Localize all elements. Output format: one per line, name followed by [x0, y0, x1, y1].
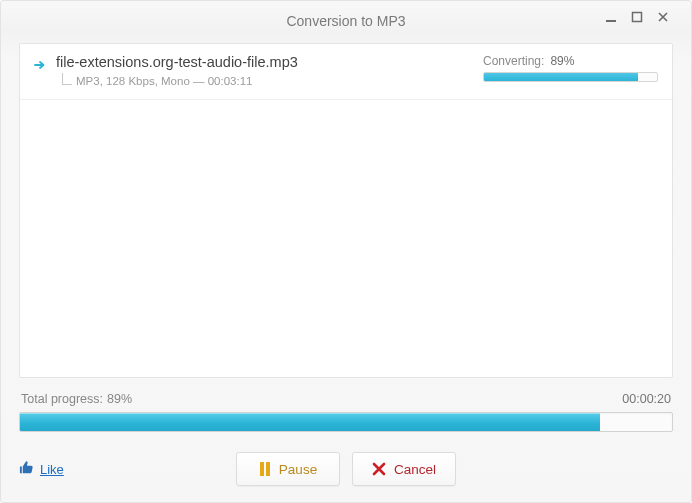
svg-rect-2 — [260, 462, 264, 476]
like-label: Like — [40, 462, 64, 477]
maximize-button[interactable] — [629, 9, 645, 25]
total-progress-bar — [19, 412, 673, 432]
thumbs-up-icon — [19, 460, 34, 478]
file-status-percent: 89% — [550, 54, 574, 68]
file-progress-bar — [483, 72, 658, 82]
total-elapsed-time: 00:00:20 — [622, 392, 671, 406]
close-icon — [657, 11, 669, 23]
button-group: Pause Cancel — [236, 452, 456, 486]
tree-elbow-icon — [62, 73, 72, 85]
arrow-right-icon — [34, 57, 50, 75]
file-name: file-extensions.org-test-audio-file.mp3 — [56, 54, 471, 71]
close-button[interactable] — [655, 9, 671, 25]
file-meta: MP3, 128 Kbps, Mono — 00:03:11 — [76, 75, 252, 87]
file-status-text: Converting: 89% — [483, 54, 658, 68]
window-controls — [603, 9, 671, 25]
minimize-button[interactable] — [603, 9, 619, 25]
total-progress-label: Total progress: — [21, 392, 103, 406]
total-progress-percent: 89% — [107, 392, 132, 406]
total-progress-header: Total progress: 89% 00:00:20 — [19, 392, 673, 406]
total-progress-block: Total progress: 89% 00:00:20 — [19, 392, 673, 432]
file-row: file-extensions.org-test-audio-file.mp3 … — [20, 44, 672, 100]
cancel-icon — [372, 462, 386, 476]
svg-rect-0 — [606, 20, 616, 22]
pause-icon — [259, 462, 271, 476]
file-status-label: Converting: — [483, 54, 544, 68]
file-progress-fill — [484, 73, 638, 81]
file-info: file-extensions.org-test-audio-file.mp3 … — [56, 54, 471, 87]
app-window: Conversion to MP3 file-extensions.org-te… — [0, 0, 692, 503]
file-status: Converting: 89% — [483, 54, 658, 82]
cancel-button[interactable]: Cancel — [352, 452, 456, 486]
like-link[interactable]: Like — [19, 460, 64, 478]
pause-label: Pause — [279, 462, 317, 477]
maximize-icon — [631, 11, 643, 23]
title-bar: Conversion to MP3 — [13, 5, 679, 37]
total-progress-fill — [20, 413, 600, 431]
footer-row: Like Pause Cancel — [19, 450, 673, 488]
cancel-label: Cancel — [394, 462, 436, 477]
svg-rect-3 — [266, 462, 270, 476]
window-title: Conversion to MP3 — [286, 13, 405, 29]
file-list-panel: file-extensions.org-test-audio-file.mp3 … — [19, 43, 673, 378]
minimize-icon — [605, 11, 617, 23]
file-meta-wrap: MP3, 128 Kbps, Mono — 00:03:11 — [62, 75, 471, 87]
pause-button[interactable]: Pause — [236, 452, 340, 486]
svg-rect-1 — [633, 13, 642, 22]
